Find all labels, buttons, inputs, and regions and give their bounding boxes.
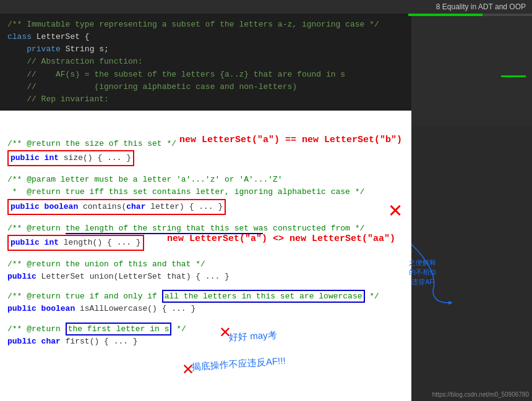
equality-annotation-1: new LetterSet("a") == new LetterSet("b") bbox=[179, 135, 402, 145]
handwritten-1: 好好 may考 bbox=[229, 329, 277, 344]
header-title: 8 Equality in ADT and OOP bbox=[436, 2, 526, 11]
page-wrapper: 8 Equality in ADT and OOP /** Immutable … bbox=[0, 0, 532, 401]
red-x-contains: ✕ bbox=[388, 196, 402, 224]
code-line-3: private String s; bbox=[7, 43, 404, 56]
code-line-6: // AF(s) = the subset of the letters {a.… bbox=[7, 69, 404, 81]
progress-fill bbox=[408, 14, 483, 16]
green-line-indicator bbox=[501, 75, 526, 77]
chinese-annotation: 之便解释的不相似违背AF bbox=[409, 258, 436, 287]
scrollbar-area bbox=[411, 14, 532, 127]
watermark: https://blog.csdn.net/m0_50906780 bbox=[432, 391, 529, 398]
code-line-2: class LetterSet { bbox=[7, 31, 404, 43]
code-line-1: /** Immutable type representing a subset… bbox=[7, 19, 404, 31]
equality-annotation-2: new LetterSet("a") <> new LetterSet("aa"… bbox=[167, 234, 395, 244]
code-panel-top: /** Immutable type representing a subset… bbox=[0, 14, 411, 111]
code-line-5: // Abstraction function: bbox=[7, 56, 404, 68]
code-line-8: // Rep invariant: bbox=[7, 93, 404, 106]
progress-bar bbox=[408, 14, 532, 16]
code-line-7: // (ignoring alphabetic case and non-let… bbox=[7, 81, 404, 93]
header-bar: 8 Equality in ADT and OOP bbox=[0, 0, 532, 14]
